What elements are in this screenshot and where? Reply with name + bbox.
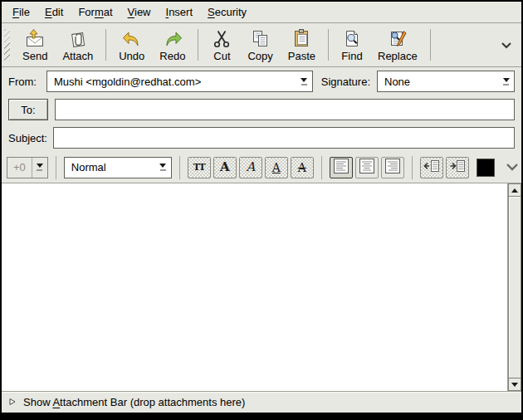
message-body-area	[2, 183, 521, 391]
undo-button[interactable]: Undo	[111, 25, 152, 65]
toolbar-separator	[430, 29, 431, 61]
align-left-button[interactable]	[330, 157, 353, 178]
underline-toggle-button[interactable]: A	[265, 157, 288, 178]
send-icon	[24, 27, 46, 50]
chevron-down-icon	[506, 161, 519, 173]
scroll-up-button[interactable]	[508, 183, 521, 197]
toolbar-separator	[328, 29, 329, 61]
copy-button[interactable]: Copy	[240, 25, 280, 65]
paragraph-style-select[interactable]: Normal	[64, 157, 172, 178]
dropdown-arrow-icon	[296, 78, 312, 85]
menu-format[interactable]: Format	[71, 2, 120, 22]
align-center-button[interactable]	[355, 157, 379, 178]
format-overflow-button[interactable]	[504, 159, 521, 175]
attach-button[interactable]: Attach	[55, 25, 100, 65]
signature-label: Signature:	[321, 76, 370, 88]
arrow-down-icon	[511, 383, 518, 387]
dropdown-arrow-icon	[498, 78, 514, 85]
find-replace-icon	[387, 27, 408, 50]
typewriter-toggle-button[interactable]: TT	[188, 157, 211, 178]
redo-arrow-icon	[162, 27, 183, 50]
align-left-icon	[334, 159, 349, 176]
main-toolbar: Send Attach Undo	[2, 23, 521, 67]
strikethrough-icon: A	[298, 162, 306, 173]
from-row: From: Mushi <mgoldin@redhat.com> Signatu…	[2, 67, 521, 95]
expander-triangle-icon	[9, 396, 16, 408]
attachment-bar-label: Show Attachment Bar (drop attachments he…	[23, 396, 245, 408]
menu-edit[interactable]: Edit	[37, 2, 71, 22]
dropdown-arrow-icon	[32, 158, 47, 178]
to-row: To:	[2, 95, 521, 124]
toolbar-grip[interactable]	[4, 29, 10, 61]
toolbar-overflow-button[interactable]	[496, 36, 516, 55]
scroll-down-button[interactable]	[508, 378, 521, 391]
from-select[interactable]: Mushi <mgoldin@redhat.com>	[46, 71, 313, 92]
text-color-button[interactable]	[477, 159, 495, 177]
unindent-button[interactable]	[420, 157, 443, 178]
align-right-button[interactable]	[381, 157, 404, 178]
toolbar-separator	[198, 29, 198, 61]
to-input[interactable]	[55, 99, 515, 120]
align-center-icon	[359, 159, 374, 176]
replace-button[interactable]: Replace	[370, 25, 425, 65]
arrow-up-icon	[511, 188, 518, 193]
dropdown-arrow-icon	[155, 158, 171, 178]
from-label: From:	[8, 76, 46, 88]
undo-arrow-icon	[121, 27, 143, 50]
menu-view[interactable]: View	[120, 2, 159, 22]
strikethrough-toggle-button[interactable]: A	[291, 157, 314, 178]
italic-icon: A	[246, 161, 255, 173]
chevron-down-icon	[501, 39, 512, 51]
format-separator	[56, 156, 56, 179]
vertical-scrollbar[interactable]	[507, 183, 521, 391]
copy-documents-icon	[250, 27, 271, 50]
format-toolbar: +0 Normal TT A A A A	[2, 152, 521, 183]
typewriter-icon: TT	[193, 163, 205, 172]
italic-toggle-button[interactable]: A	[239, 157, 262, 178]
format-separator	[412, 156, 413, 179]
scissors-icon	[211, 27, 232, 50]
subject-label: Subject:	[8, 132, 53, 144]
bold-icon: A	[220, 161, 230, 173]
subject-row: Subject:	[2, 124, 521, 152]
paste-button[interactable]: Paste	[281, 25, 323, 65]
scrollbar-thumb[interactable]	[508, 197, 521, 378]
to-button[interactable]: To:	[8, 99, 48, 120]
bold-toggle-button[interactable]: A	[213, 157, 237, 178]
menu-bar: File Edit Format View Insert Security	[2, 2, 521, 23]
magnifier-document-icon	[341, 27, 363, 50]
subject-input[interactable]	[53, 127, 515, 149]
composer-window: File Edit Format View Insert Security Se…	[0, 0, 523, 420]
format-separator	[321, 156, 322, 179]
underline-icon: A	[272, 162, 281, 173]
toolbar-separator	[105, 29, 106, 61]
menu-file[interactable]: File	[5, 2, 37, 22]
menu-security[interactable]: Security	[200, 2, 254, 22]
menu-insert[interactable]: Insert	[159, 2, 201, 22]
unindent-icon	[423, 159, 440, 175]
redo-button[interactable]: Redo	[152, 25, 193, 65]
indent-button[interactable]	[446, 157, 469, 178]
paperclip-icon	[67, 27, 89, 50]
signature-select[interactable]: None	[377, 71, 515, 92]
attachment-bar-toggle[interactable]: Show Attachment Bar (drop attachments he…	[2, 391, 521, 413]
find-button[interactable]: Find	[334, 25, 370, 65]
message-body[interactable]	[2, 183, 507, 391]
format-separator	[179, 156, 180, 179]
cut-button[interactable]: Cut	[203, 25, 240, 65]
align-right-icon	[385, 159, 400, 176]
font-size-select[interactable]: +0	[7, 157, 48, 178]
indent-icon	[449, 159, 466, 175]
clipboard-icon	[291, 27, 312, 50]
send-button[interactable]: Send	[15, 25, 55, 65]
